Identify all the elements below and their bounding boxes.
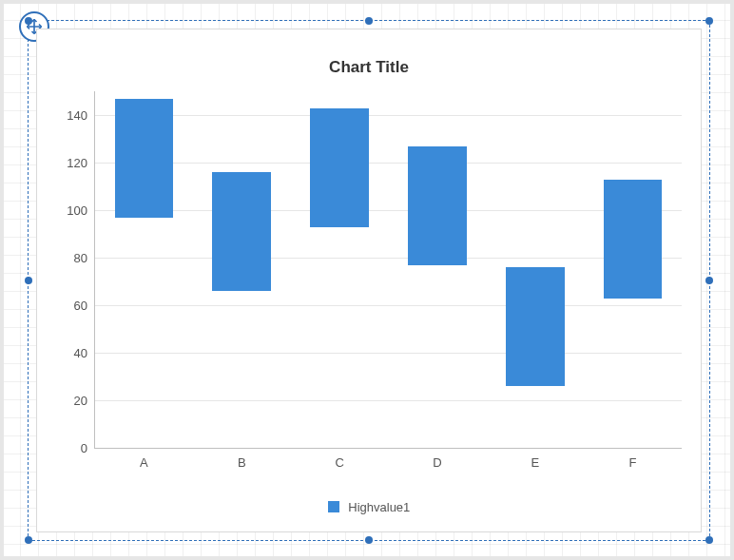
- gridline: [95, 115, 682, 116]
- gridline: [95, 400, 682, 401]
- gridline: [95, 258, 682, 259]
- legend-swatch-icon: [328, 501, 339, 512]
- y-tick-label: 100: [67, 203, 87, 218]
- gridline: [95, 305, 682, 306]
- y-tick-label: 140: [67, 108, 87, 123]
- chart-selection-frame[interactable]: Chart Title 020406080100120140ABCDEF Hig…: [28, 20, 710, 541]
- resize-handle-se[interactable]: [705, 536, 713, 544]
- y-tick-label: 0: [81, 441, 87, 455]
- resize-handle-sw[interactable]: [25, 536, 32, 544]
- gridline: [95, 210, 682, 211]
- x-tick-label: B: [238, 455, 246, 470]
- plot-area[interactable]: 020406080100120140ABCDEF: [94, 91, 682, 449]
- data-bar[interactable]: [506, 267, 565, 386]
- data-bar[interactable]: [115, 99, 174, 218]
- data-bar[interactable]: [408, 146, 467, 265]
- legend[interactable]: Highvalue1: [37, 500, 701, 514]
- resize-handle-e[interactable]: [705, 277, 713, 284]
- data-bar[interactable]: [604, 180, 663, 299]
- data-bar[interactable]: [212, 172, 271, 291]
- y-tick-label: 20: [74, 394, 87, 408]
- resize-handle-w[interactable]: [25, 277, 32, 284]
- x-tick-label: A: [140, 455, 148, 470]
- legend-label: Highvalue1: [348, 500, 410, 514]
- resize-handle-nw[interactable]: [25, 17, 32, 25]
- x-tick-label: D: [433, 455, 441, 470]
- resize-handle-ne[interactable]: [705, 17, 713, 25]
- chart-object[interactable]: Chart Title 020406080100120140ABCDEF Hig…: [36, 29, 702, 532]
- x-tick-label: F: [629, 455, 637, 470]
- chart-title[interactable]: Chart Title: [37, 58, 701, 77]
- resize-handle-n[interactable]: [365, 17, 373, 25]
- data-bar[interactable]: [310, 108, 369, 227]
- y-tick-label: 60: [74, 299, 87, 313]
- x-tick-label: C: [335, 455, 343, 470]
- gridline: [95, 353, 682, 354]
- y-tick-label: 80: [74, 251, 87, 265]
- gridline: [95, 163, 682, 164]
- editor-canvas: Chart Title 020406080100120140ABCDEF Hig…: [0, 0, 734, 560]
- y-tick-label: 120: [67, 156, 87, 170]
- resize-handle-s[interactable]: [365, 536, 373, 544]
- y-tick-label: 40: [74, 346, 87, 360]
- x-tick-label: E: [531, 455, 539, 470]
